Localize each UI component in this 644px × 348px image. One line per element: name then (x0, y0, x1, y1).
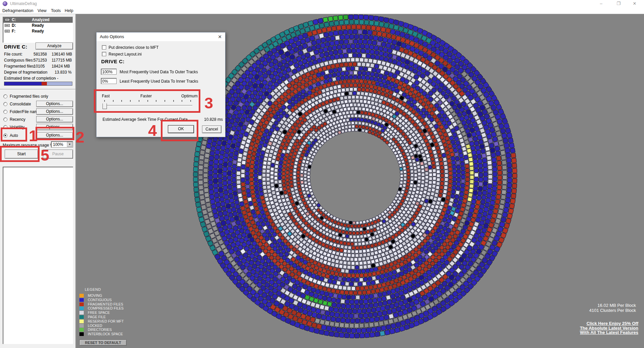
drive-heading: DRIVE C: (4, 44, 27, 50)
radio-icon[interactable] (3, 102, 7, 106)
legend-label: COMPRESSED FILES (88, 306, 124, 310)
drive-status: Ready (32, 23, 44, 28)
legend-label: FRAGMENTED FILES (88, 302, 123, 306)
consolidate-options-button[interactable]: Options... (36, 101, 73, 107)
block-info: 16.02 MB Per Block 4101 Clusters Per Blo… (589, 303, 636, 313)
analyze-button[interactable]: Analyze (36, 42, 73, 50)
file-list-box[interactable] (3, 167, 73, 344)
checkbox-label: Put directories close to MFT (109, 45, 158, 50)
method-fragmented-only[interactable]: Fragmented files only (0, 94, 75, 100)
method-recency[interactable]: Recency Options... (0, 117, 75, 123)
reset-to-default-button[interactable]: RESET TO DEFAULT (79, 340, 127, 346)
promo-link-1[interactable]: Click Here Enjoy 25% Off (580, 321, 638, 326)
drive-row-c[interactable]: C: Analyzed (3, 17, 73, 23)
dropdown-arrow-icon[interactable]: ▼ (67, 142, 72, 147)
annotation-number-5: 5 (41, 147, 49, 163)
legend-swatch (79, 302, 84, 306)
legend-swatch (79, 311, 84, 315)
control-panel: C: Analyzed D: Ready F: Ready DRIVE C: A… (0, 14, 76, 348)
inner-tracks-field[interactable]: 0% (101, 78, 117, 84)
menu-view[interactable]: View (38, 8, 47, 13)
legend-swatch (79, 332, 84, 336)
legend-label: LOCKED (88, 324, 102, 328)
legend-swatch (79, 328, 84, 332)
drive-row-d[interactable]: D: Ready (3, 23, 73, 28)
checkbox-directories-mft[interactable] (102, 45, 106, 50)
app-window: UltimateDefrag – ❐ ✕ Defragmentation Vie… (0, 0, 644, 348)
drive-status: Analyzed (32, 17, 50, 23)
annotation-box-2 (36, 127, 74, 140)
legend-label: CONTIGUOUS (88, 298, 112, 302)
app-icon (3, 1, 7, 6)
cancel-button[interactable]: Cancel (202, 125, 221, 133)
menu-defragmentation[interactable]: Defragmentation (2, 8, 33, 13)
drive-status: Ready (32, 28, 44, 34)
drive-list: C: Analyzed D: Ready F: Ready (3, 17, 73, 43)
method-consolidate[interactable]: Consolidate Options... (0, 101, 75, 108)
checkbox-label: Respect Layout.ini (109, 52, 142, 57)
radio-icon[interactable] (3, 110, 7, 114)
drive-letter: C: (12, 17, 16, 23)
drive-icon (5, 24, 10, 27)
dialog-drive-heading: DRIVE C: (101, 59, 125, 64)
disk-visualization[interactable] (188, 14, 523, 344)
drive-icon (5, 18, 10, 21)
stat-file-count: File count: 581358 136140 MB (4, 52, 74, 57)
legend-swatch (79, 320, 84, 323)
legend-label: DIRECTORIES (88, 328, 112, 332)
annotation-box-4 (161, 120, 198, 141)
stat-degree-fragmentation: Degree of fragmentation 13.833 % (4, 70, 74, 75)
legend-title: LEGEND (85, 287, 101, 291)
promo-links: Click Here Enjoy 25% Off The Absolute La… (580, 321, 638, 335)
progress-contiguous (4, 82, 42, 85)
annotation-number-4: 4 (148, 122, 157, 138)
drive-letter: F: (12, 28, 15, 34)
legend-swatch (79, 307, 84, 310)
menu-bar: Defragmentation View Tools Help (0, 7, 644, 14)
seek-time-value: 10.828 ms (204, 117, 223, 122)
maximize-button[interactable]: ❐ (611, 0, 626, 7)
divider (0, 89, 75, 90)
close-button[interactable]: ✕ (627, 0, 642, 7)
progress-remainder (47, 82, 72, 85)
resource-usage-select[interactable]: 100% ▼ (51, 141, 73, 148)
legend-label: INTERBLOCK SPACE (88, 332, 123, 336)
legend-swatch (79, 324, 84, 328)
mb-per-block: 16.02 MB Per Block (589, 303, 636, 308)
annotation-box-1 (1, 127, 27, 142)
title-bar: UltimateDefrag – ❐ ✕ (0, 0, 644, 7)
outer-tracks-label: Most Frequently Used Data To Outer Track… (120, 70, 198, 74)
legend-label: PAGE FILE (88, 315, 106, 319)
menu-tools[interactable]: Tools (51, 8, 61, 13)
legend-swatch (79, 298, 84, 302)
folder-options-button[interactable]: Options... (36, 108, 73, 115)
fragmentation-progress-bar (4, 82, 72, 86)
radio-icon[interactable] (3, 94, 7, 98)
dialog-title: Auto Options (100, 34, 124, 39)
minimize-button[interactable]: – (594, 0, 608, 7)
legend-swatch (79, 315, 84, 319)
outer-tracks-field[interactable]: 100% (101, 69, 117, 75)
dialog-close-icon[interactable]: ✕ (218, 34, 222, 39)
drive-letter: D: (12, 23, 16, 28)
recency-options-button[interactable]: Options... (36, 116, 73, 122)
drive-icon (5, 30, 10, 32)
legend-label: FREE SPACE (88, 311, 110, 315)
promo-link-2[interactable]: The Absolute Latest Version (580, 326, 638, 331)
stat-fragmented: Fragmented files: 10105 18424 MB (4, 64, 74, 69)
legend-label: MOVING (88, 293, 102, 297)
annotation-box-3 (94, 89, 200, 113)
annotation-number-3: 3 (204, 95, 213, 111)
promo-link-3[interactable]: With All The Latest Features (580, 330, 638, 335)
menu-help[interactable]: Help (65, 8, 73, 13)
progress-fragmented (42, 82, 47, 85)
checkbox-respect-layout[interactable] (102, 52, 106, 56)
legend-label: RESERVED FOR MFT (88, 319, 124, 323)
annotation-number-2: 2 (76, 129, 84, 145)
stat-eta: Estimated time of completion - - (4, 76, 74, 81)
method-folder-file-name[interactable]: Folder/File name Options... (0, 109, 75, 116)
radio-icon[interactable] (3, 117, 7, 121)
dialog-title-bar[interactable]: Auto Options ✕ (96, 32, 225, 41)
drive-row-f[interactable]: F: Ready (3, 28, 73, 34)
inner-tracks-label: Least Frequently Used Data To Inner Trac… (120, 79, 198, 84)
